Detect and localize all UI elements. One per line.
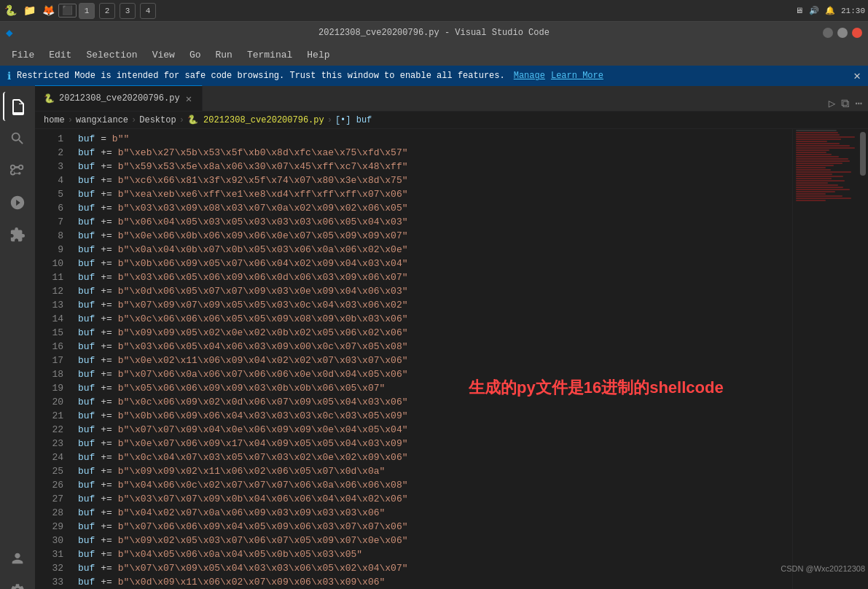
activity-files[interactable] [3, 92, 32, 121]
tab-close-button[interactable]: ✕ [184, 93, 193, 105]
code-line-9: buf += b"\x0a\x04\x0b\x07\x0b\x05\x03\x0… [75, 243, 792, 257]
code-line-25: buf += b"\x09\x09\x02\x11\x06\x02\x06\x0… [75, 464, 792, 478]
menubar: File Edit Selection View Go Run Terminal… [0, 44, 868, 66]
terminal-icon[interactable]: ⬛ [60, 4, 74, 18]
code-line-2: buf += b"\xeb\x27\x5b\x53\x5f\xb0\x8d\xf… [75, 146, 792, 160]
code-line-12: buf += b"\x0d\x06\x05\x07\x07\x09\x03\x0… [75, 284, 792, 298]
menu-edit[interactable]: Edit [43, 47, 77, 63]
snake-icon[interactable]: 🐍 [3, 4, 17, 18]
main-layout: 🐍 20212308_cve20200796.py ✕ ▷ ⧉ ⋯ home ›… [0, 86, 868, 589]
clock: 21:30 [841, 7, 865, 15]
breadcrumb-file[interactable]: 🐍 20212308_cve20200796.py [187, 114, 324, 125]
code-line-21: buf += b"\x0b\x06\x09\x06\x04\x03\x03\x0… [75, 409, 792, 423]
code-line-33: buf += b"\x0d\x09\x11\x06\x02\x07\x09\x0… [75, 575, 792, 589]
desktop-2-button[interactable]: 2 [99, 3, 115, 19]
activity-run-debug[interactable] [3, 188, 32, 217]
code-line-16: buf += b"\x03\x06\x05\x04\x06\x03\x09\x0… [75, 340, 792, 354]
code-line-26: buf += b"\x04\x06\x0c\x02\x07\x07\x07\x0… [75, 478, 792, 492]
activity-settings[interactable] [3, 576, 32, 589]
code-line-3: buf += b"\x59\x53\x5e\x8a\x06\x30\x07\x4… [75, 160, 792, 173]
desktop-3-button[interactable]: 3 [120, 3, 136, 19]
code-line-11: buf += b"\x03\x06\x05\x06\x09\x06\x0d\x0… [75, 270, 792, 284]
taskbar-left: 🐍 📁 🦊 ⬛ 1 2 3 4 [3, 3, 156, 19]
code-line-13: buf += b"\x07\x09\x07\x09\x05\x05\x03\x0… [75, 298, 792, 312]
menu-terminal[interactable]: Terminal [241, 47, 298, 63]
browser-icon[interactable]: 🦊 [41, 4, 55, 18]
code-line-23: buf += b"\x0e\x07\x06\x09\x17\x04\x09\x0… [75, 437, 792, 450]
close-window-button[interactable] [852, 28, 862, 38]
info-icon: ℹ [7, 70, 11, 82]
desktop-1-button[interactable]: 1 [79, 3, 95, 19]
breadcrumb: home › wangxiance › Desktop › 🐍 20212308… [35, 112, 868, 129]
code-line-1: buf = b"" [75, 132, 792, 146]
line-numbers: 1234567891011121314151617181920212223242… [35, 129, 75, 589]
breadcrumb-user[interactable]: wangxiance [76, 115, 128, 125]
code-line-28: buf += b"\x04\x02\x07\x0a\x06\x09\x03\x0… [75, 506, 792, 520]
menu-selection[interactable]: Selection [80, 47, 143, 63]
code-line-22: buf += b"\x07\x07\x09\x04\x0e\x06\x09\x0… [75, 423, 792, 437]
menu-go[interactable]: Go [184, 47, 207, 63]
code-content[interactable]: 生成的py文件是16进制的shellcode buf = b""buf += b… [75, 129, 792, 589]
activity-accounts[interactable] [3, 544, 32, 573]
code-line-4: buf += b"\xc6\x66\x81\x3f\x92\x5f\x74\x0… [75, 173, 792, 187]
manage-link[interactable]: Manage [514, 71, 545, 81]
split-editor-icon[interactable]: ⧉ [841, 97, 849, 111]
breadcrumb-home[interactable]: home [44, 115, 65, 125]
notification-bar: ℹ Restricted Mode is intended for safe c… [0, 66, 868, 86]
maximize-button[interactable] [837, 28, 848, 38]
titlebar-controls [823, 28, 862, 38]
code-line-20: buf += b"\x0c\x06\x09\x02\x0d\x06\x07\x0… [75, 395, 792, 409]
close-notification-button[interactable]: ✕ [853, 69, 861, 83]
titlebar-left: ◆ [6, 26, 13, 40]
tab-actions: ▷ ⧉ ⋯ [829, 96, 868, 111]
code-line-8: buf += b"\x0e\x06\x0b\x06\x09\x06\x0e\x0… [75, 229, 792, 243]
editor-tab[interactable]: 🐍 20212308_cve20200796.py ✕ [35, 85, 203, 111]
notification-text: Restricted Mode is intended for safe cod… [17, 71, 505, 81]
code-line-5: buf += b"\xea\xeb\xe6\xff\xe1\xe8\xd4\xf… [75, 187, 792, 201]
activity-source-control[interactable] [3, 156, 32, 185]
titlebar-title: 20212308_cve20200796.py - Visual Studio … [318, 28, 550, 38]
bell-icon: 🔔 [825, 6, 835, 15]
python-file-icon: 🐍 [44, 93, 55, 104]
code-line-31: buf += b"\x04\x05\x06\x0a\x04\x05\x0b\x0… [75, 547, 792, 561]
learn-more-link[interactable]: Learn More [551, 71, 603, 81]
code-line-10: buf += b"\x0b\x06\x09\x05\x07\x06\x04\x0… [75, 257, 792, 270]
run-code-icon[interactable]: ▷ [829, 96, 836, 111]
code-line-32: buf += b"\x07\x07\x09\x05\x04\x03\x03\x0… [75, 561, 792, 575]
files-icon[interactable]: 📁 [22, 4, 36, 18]
code-line-17: buf += b"\x0e\x02\x11\x06\x09\x04\x02\x0… [75, 354, 792, 367]
code-line-30: buf += b"\x09\x02\x05\x03\x07\x06\x07\x0… [75, 534, 792, 547]
code-line-24: buf += b"\x0c\x04\x07\x03\x05\x07\x03\x0… [75, 450, 792, 464]
csdn-watermark: CSDN @Wxc20212308 [781, 564, 865, 573]
minimap [792, 129, 858, 589]
code-line-6: buf += b"\x03\x03\x09\x08\x03\x07\x0a\x0… [75, 201, 792, 215]
code-editor[interactable]: 1234567891011121314151617181920212223242… [35, 129, 868, 589]
vscode-logo: ◆ [6, 26, 13, 40]
more-actions-icon[interactable]: ⋯ [855, 96, 862, 111]
code-line-18: buf += b"\x07\x06\x0a\x06\x07\x06\x06\x0… [75, 367, 792, 381]
minimize-button[interactable] [823, 28, 833, 38]
code-line-7: buf += b"\x06\x04\x05\x03\x05\x03\x03\x0… [75, 215, 792, 229]
os-taskbar: 🐍 📁 🦊 ⬛ 1 2 3 4 🖥 🔊 🔔 21:30 [0, 0, 868, 22]
desktop-4-button[interactable]: 4 [140, 3, 156, 19]
menu-help[interactable]: Help [301, 47, 335, 63]
menu-file[interactable]: File [6, 47, 40, 63]
code-line-14: buf += b"\x0c\x06\x06\x06\x05\x05\x09\x0… [75, 312, 792, 326]
taskbar-right: 🖥 🔊 🔔 21:30 [795, 6, 865, 15]
code-line-19: buf += b"\x05\x06\x06\x09\x09\x03\x0b\x0… [75, 381, 792, 395]
editor-area: 🐍 20212308_cve20200796.py ✕ ▷ ⧉ ⋯ home ›… [35, 86, 868, 589]
code-line-29: buf += b"\x07\x06\x06\x09\x04\x05\x09\x0… [75, 520, 792, 534]
activity-search[interactable] [3, 124, 32, 153]
code-line-15: buf += b"\x09\x09\x05\x02\x0e\x02\x0b\x0… [75, 326, 792, 340]
code-line-27: buf += b"\x03\x07\x07\x09\x0b\x04\x06\x0… [75, 492, 792, 506]
tab-label: 20212308_cve20200796.py [59, 93, 180, 104]
menu-view[interactable]: View [146, 47, 181, 63]
menu-run[interactable]: Run [209, 47, 238, 63]
scrollbar-thumb[interactable] [860, 132, 866, 176]
breadcrumb-symbol[interactable]: [•] buf [335, 115, 372, 125]
titlebar: ◆ 20212308_cve20200796.py - Visual Studi… [0, 22, 868, 44]
scrollbar[interactable] [858, 129, 868, 589]
activity-extensions[interactable] [3, 220, 32, 249]
activity-bar [0, 86, 35, 589]
breadcrumb-desktop[interactable]: Desktop [139, 115, 176, 125]
